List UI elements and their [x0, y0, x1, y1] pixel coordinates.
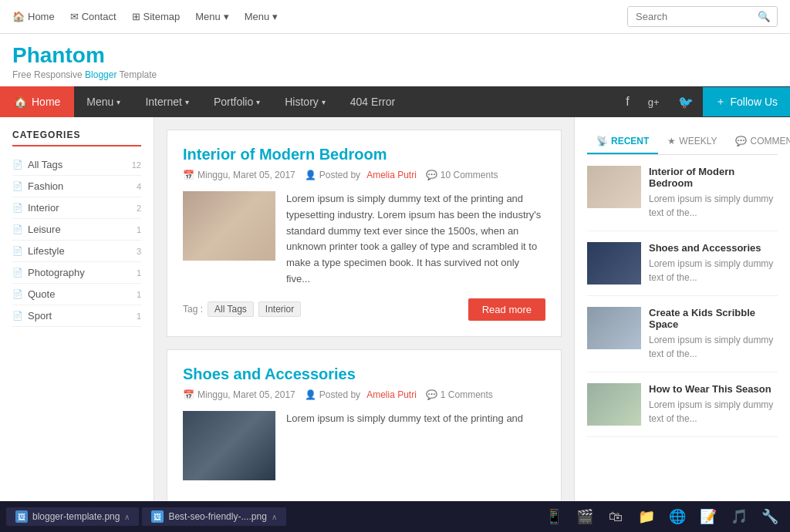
category-count: 1 — [137, 225, 141, 234]
doc-icon: 📄 — [12, 311, 23, 321]
office-icon[interactable]: 📝 — [696, 504, 721, 529]
read-more-button[interactable]: Read more — [468, 298, 545, 321]
star-icon: ★ — [667, 136, 676, 146]
search-input[interactable] — [628, 7, 751, 26]
facebook-icon[interactable]: f — [616, 87, 638, 116]
doc-icon: 📄 — [12, 289, 23, 299]
recent-title[interactable]: Create a Kids Scribble Space — [649, 307, 778, 330]
category-name: Fashion — [28, 180, 63, 192]
recent-excerpt: Lorem ipsum is simply dummy text of the.… — [649, 333, 778, 361]
chevron-down-icon: ▾ — [256, 98, 260, 106]
search-button[interactable]: 🔍 — [751, 7, 777, 26]
recent-title[interactable]: Shoes and Accessories — [649, 242, 778, 254]
chrome-icon[interactable]: 🌐 — [665, 504, 690, 529]
brand-subtitle: Free Responsive Blogger Template — [12, 69, 778, 80]
navbar-home[interactable]: 🏠 Home — [0, 86, 74, 117]
tab-weekly[interactable]: ★ WEEKLY — [658, 130, 726, 154]
navbar-internet[interactable]: Internet ▾ — [133, 86, 201, 117]
nav-sitemap[interactable]: ⊞ Sitemap — [132, 11, 181, 22]
recent-info: Create a Kids Scribble Space Lorem ipsum… — [649, 307, 778, 361]
doc-icon: 📄 — [12, 203, 23, 213]
chevron-down-icon: ▾ — [322, 98, 326, 106]
recent-info: How to Wear This Season Lorem ipsum is s… — [649, 383, 778, 426]
tab-comment[interactable]: 💬 COMMENT — [726, 130, 790, 154]
chevron-up-icon: ∧ — [124, 513, 130, 521]
recent-title[interactable]: Interior of Modern Bedroom — [649, 166, 778, 189]
navbar-history[interactable]: History ▾ — [272, 86, 338, 117]
category-name: Lifestyle — [28, 245, 65, 257]
media-icon[interactable]: 🎵 — [727, 504, 751, 529]
category-count: 4 — [137, 182, 141, 191]
tag-item[interactable]: Interior — [258, 301, 301, 317]
taskbar-item[interactable]: 🖼 Best-seo-friendly-....png ∧ — [142, 507, 285, 526]
doc-icon: 📄 — [12, 181, 23, 191]
film-icon[interactable]: 🎬 — [572, 504, 597, 529]
plus-icon: ＋ — [715, 95, 726, 109]
store-icon[interactable]: 🛍 — [603, 504, 628, 529]
twitter-icon[interactable]: 🐦 — [669, 87, 703, 117]
recent-title[interactable]: How to Wear This Season — [649, 383, 778, 395]
recent-excerpt: Lorem ipsum is simply dummy text of the.… — [649, 257, 778, 285]
category-item[interactable]: 📄 Lifestyle 3 — [12, 241, 141, 262]
recent-thumb — [587, 166, 641, 208]
doc-icon: 📄 — [12, 246, 23, 256]
post-title[interactable]: Shoes and Accessories — [183, 365, 545, 383]
navbar-portfolio[interactable]: Portfolio ▾ — [201, 86, 272, 117]
chevron-up-icon: ∧ — [272, 513, 277, 521]
recent-item: How to Wear This Season Lorem ipsum is s… — [587, 383, 778, 437]
category-item[interactable]: 📄 Photography 1 — [12, 262, 141, 284]
tag-item[interactable]: All Tags — [208, 301, 254, 317]
category-name: Leisure — [28, 224, 61, 235]
user-icon: 👤 — [305, 389, 316, 400]
category-name: Photography — [28, 267, 85, 278]
navbar-menu[interactable]: Menu ▾ — [74, 86, 133, 117]
googleplus-icon[interactable]: g+ — [639, 89, 669, 116]
recent-thumb — [587, 242, 641, 285]
category-list: 📄 All Tags 12 📄 Fashion 4 📄 Interior 2 📄… — [12, 154, 141, 327]
category-count: 12 — [132, 160, 141, 170]
author-link[interactable]: Amelia Putri — [366, 170, 417, 180]
recent-info: Shoes and Accessories Lorem ipsum is sim… — [649, 242, 778, 285]
recent-info: Interior of Modern Bedroom Lorem ipsum i… — [649, 166, 778, 220]
category-item[interactable]: 📄 Quote 1 — [12, 284, 141, 305]
tag-label: Tag : — [183, 304, 203, 315]
social-links: f g+ 🐦 ＋ Follow Us — [616, 87, 790, 117]
category-count: 1 — [137, 268, 141, 278]
nav-menu-2[interactable]: Menu ▾ — [245, 11, 279, 22]
category-item[interactable]: 📄 Interior 2 — [12, 197, 141, 219]
category-item[interactable]: 📄 Leisure 1 — [12, 219, 141, 241]
app-icon[interactable]: 🔧 — [758, 504, 782, 529]
brand-title: Phantom — [12, 43, 778, 68]
recent-item: Create a Kids Scribble Space Lorem ipsum… — [587, 307, 778, 372]
user-icon: 👤 — [305, 170, 316, 180]
envelope-icon: ✉ — [70, 11, 79, 22]
nav-home[interactable]: 🏠 Home — [12, 11, 55, 22]
author-link[interactable]: Amelia Putri — [366, 389, 417, 400]
comment-icon: 💬 — [735, 136, 747, 146]
post-title[interactable]: Interior of Modern Bedroom — [183, 146, 545, 163]
category-item[interactable]: 📄 Sport 1 — [12, 305, 141, 327]
recent-list: Interior of Modern Bedroom Lorem ipsum i… — [587, 166, 778, 437]
folder-icon[interactable]: 📁 — [634, 504, 659, 529]
comment-icon: 💬 — [426, 389, 437, 400]
phone-icon[interactable]: 📱 — [542, 504, 566, 529]
follow-button[interactable]: ＋ Follow Us — [703, 87, 790, 116]
category-count: 1 — [137, 311, 141, 321]
post-excerpt: Lorem ipsum is simply dummy text of the … — [286, 191, 545, 288]
file-icon: 🖼 — [15, 510, 28, 523]
nav-contact[interactable]: ✉ Contact — [70, 11, 116, 22]
nav-menu-1[interactable]: Menu ▾ — [195, 11, 229, 22]
category-name: Interior — [28, 202, 59, 214]
category-item[interactable]: 📄 All Tags 12 — [12, 154, 141, 176]
category-count: 1 — [137, 290, 141, 299]
post-image-inner — [183, 191, 275, 261]
doc-icon: 📄 — [12, 268, 23, 278]
calendar-icon: 📅 — [183, 389, 194, 400]
taskbar-item[interactable]: 🖼 blogger-template.png ∧ — [6, 507, 139, 526]
tab-recent[interactable]: 📡 RECENT — [587, 130, 658, 154]
home-icon: 🏠 — [12, 11, 25, 22]
navbar-404[interactable]: 404 Error — [338, 86, 407, 117]
chevron-down-icon: ▾ — [185, 98, 189, 106]
main-wrapper: CATEGORIES 📄 All Tags 12 📄 Fashion 4 📄 I… — [0, 117, 790, 532]
category-item[interactable]: 📄 Fashion 4 — [12, 176, 141, 197]
